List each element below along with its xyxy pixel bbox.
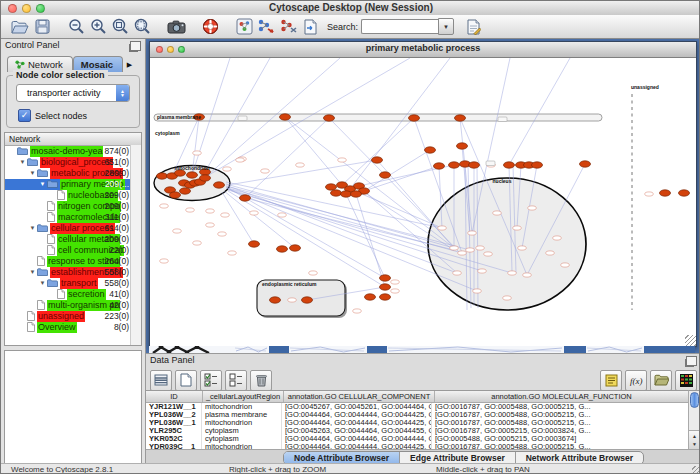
table-row[interactable]: YKR052Ccytoplasm[GO:0044464, GO:0044446,… bbox=[146, 435, 689, 443]
network-node[interactable] bbox=[302, 297, 313, 303]
table-scrollbar-thumb[interactable] bbox=[690, 392, 699, 408]
network-edge[interactable] bbox=[342, 118, 414, 185]
network-node[interactable] bbox=[365, 294, 376, 300]
network-canvas[interactable]: plasma membranecytoplasmmitochondrionnuc… bbox=[150, 58, 696, 346]
network-node[interactable] bbox=[380, 275, 391, 281]
network-node[interactable] bbox=[331, 190, 342, 196]
background-window-fragment[interactable] bbox=[586, 346, 644, 353]
table-row[interactable]: YLR295Ccytoplasm[GO:0045263, GO:0044464,… bbox=[146, 427, 689, 435]
network-node-label-oval[interactable] bbox=[518, 246, 527, 250]
network-node[interactable] bbox=[249, 241, 260, 247]
network-node[interactable] bbox=[280, 114, 291, 120]
network-node[interactable] bbox=[180, 188, 191, 194]
network-node-label-oval[interactable] bbox=[645, 192, 654, 196]
table-column-header[interactable]: _cellularLayoutRegion bbox=[203, 391, 284, 402]
background-window-fragment[interactable] bbox=[234, 346, 269, 353]
network-node[interactable] bbox=[324, 115, 335, 121]
network-node-label-oval[interactable] bbox=[478, 269, 487, 273]
network-node-label-oval[interactable] bbox=[261, 169, 270, 173]
tree-row[interactable]: ▼metabolic process280(0) bbox=[5, 168, 141, 179]
network-node[interactable] bbox=[200, 175, 211, 181]
node-color-dropdown[interactable]: transporter activity ▲▼ bbox=[16, 84, 130, 102]
network-node[interactable] bbox=[380, 284, 391, 290]
zoom-in-icon[interactable] bbox=[87, 17, 109, 37]
network-node-label-oval[interactable] bbox=[173, 229, 182, 233]
network-node[interactable] bbox=[372, 157, 383, 163]
network-edge[interactable] bbox=[226, 187, 385, 278]
network-node[interactable] bbox=[157, 173, 168, 179]
table-scrollbar-arrows[interactable]: ▲▼ bbox=[689, 430, 700, 449]
zoom-out-icon[interactable] bbox=[65, 17, 87, 37]
background-window-titlebar-fragment[interactable] bbox=[564, 346, 586, 353]
network-edge[interactable] bbox=[285, 117, 454, 248]
network-node-label-oval[interactable] bbox=[193, 151, 202, 155]
network-edge[interactable] bbox=[245, 118, 329, 198]
heatmap-matrix-icon[interactable] bbox=[675, 370, 697, 391]
tree-row[interactable]: secretion41(0) bbox=[5, 289, 141, 300]
network-node-label-oval[interactable] bbox=[338, 158, 347, 162]
delete-attribute-trash-icon[interactable] bbox=[250, 370, 272, 391]
network-node-label-oval[interactable] bbox=[553, 236, 562, 240]
network-node[interactable] bbox=[326, 184, 337, 190]
tree-row[interactable]: ▼cellular process614(0) bbox=[5, 223, 141, 234]
tree-expander-icon[interactable]: ▼ bbox=[38, 278, 47, 289]
tree-row[interactable]: cell communicat22(0) bbox=[5, 245, 141, 256]
network-edge[interactable] bbox=[285, 117, 342, 185]
network-node[interactable] bbox=[380, 294, 391, 300]
network-node-label-oval[interactable] bbox=[508, 271, 517, 275]
network-node[interactable] bbox=[504, 162, 515, 168]
help-lifesaver-icon[interactable] bbox=[199, 17, 221, 37]
network-node-label-oval[interactable] bbox=[493, 211, 502, 215]
network-node[interactable] bbox=[409, 115, 420, 121]
network-node[interactable] bbox=[341, 191, 352, 197]
open-file-icon[interactable] bbox=[9, 17, 31, 37]
zoom-fit-icon[interactable] bbox=[131, 17, 153, 37]
tree-row[interactable]: multi-organism pro42(0) bbox=[5, 300, 141, 311]
search-annotation-icon[interactable] bbox=[462, 17, 484, 37]
tree-expander-icon[interactable]: ▼ bbox=[18, 157, 27, 168]
table-column-header[interactable]: annotation.GO CELLULAR_COMPONENT bbox=[284, 391, 435, 402]
new-attribute-icon[interactable] bbox=[175, 370, 197, 391]
network-node-label-oval[interactable] bbox=[223, 167, 232, 171]
tree-row[interactable]: nitrogen compo209(0) bbox=[5, 201, 141, 212]
background-window-titlebar-fragment[interactable] bbox=[644, 346, 695, 353]
graphics-details-icon[interactable] bbox=[233, 17, 255, 37]
attribute-table-icon[interactable] bbox=[150, 370, 172, 391]
network-node-label-oval[interactable] bbox=[450, 246, 459, 250]
select-nodes-checkbox[interactable]: ✓ bbox=[18, 109, 31, 122]
network-node-label-oval[interactable] bbox=[278, 213, 287, 217]
network-node-label-oval[interactable] bbox=[438, 226, 447, 230]
network-node[interactable] bbox=[532, 162, 543, 168]
network-node-label-oval[interactable] bbox=[193, 241, 202, 245]
table-row[interactable]: YJR121W__1mitochondrion[GO:0045267, GO:0… bbox=[146, 403, 689, 411]
network-node-label-oval[interactable] bbox=[513, 226, 522, 230]
network-node-label-oval[interactable] bbox=[458, 251, 467, 255]
network-edge[interactable] bbox=[224, 191, 295, 248]
network-node-label-oval[interactable] bbox=[206, 209, 215, 213]
background-windows-strip[interactable] bbox=[149, 346, 695, 353]
select-attributes-icon[interactable] bbox=[200, 370, 222, 391]
background-window-titlebar-fragment[interactable] bbox=[367, 346, 387, 353]
network-node-label-oval[interactable] bbox=[528, 206, 537, 210]
network-node-label-oval[interactable] bbox=[391, 280, 400, 284]
network-node-label-oval[interactable] bbox=[453, 271, 462, 275]
network-node-label-oval[interactable] bbox=[476, 246, 485, 250]
network-node-label-oval[interactable] bbox=[503, 296, 512, 300]
network-edge[interactable] bbox=[228, 191, 385, 287]
attribute-table[interactable]: ID_cellularLayoutRegionannotation.GO CEL… bbox=[146, 390, 689, 449]
snapshot-camera-icon[interactable] bbox=[165, 17, 187, 37]
network-node[interactable] bbox=[170, 192, 181, 198]
network-node-label-oval[interactable] bbox=[221, 213, 230, 217]
network-window-titlebar[interactable]: primary metabolic process bbox=[150, 42, 696, 58]
background-window-fragment[interactable] bbox=[149, 346, 234, 353]
network-node[interactable] bbox=[457, 143, 468, 149]
network-node[interactable] bbox=[469, 162, 480, 168]
function-builder-icon[interactable]: f(x) bbox=[625, 370, 647, 391]
tab-overflow-arrow[interactable]: ▶ bbox=[123, 57, 136, 72]
tree-scrollbar[interactable] bbox=[130, 145, 141, 345]
tree-row[interactable]: Overview8(0) bbox=[5, 322, 141, 333]
network-node-label-oval[interactable] bbox=[186, 208, 195, 212]
network-node-label-oval[interactable] bbox=[236, 158, 245, 162]
zoom-selected-region-icon[interactable] bbox=[109, 17, 131, 37]
background-window-fragment[interactable] bbox=[387, 346, 564, 353]
